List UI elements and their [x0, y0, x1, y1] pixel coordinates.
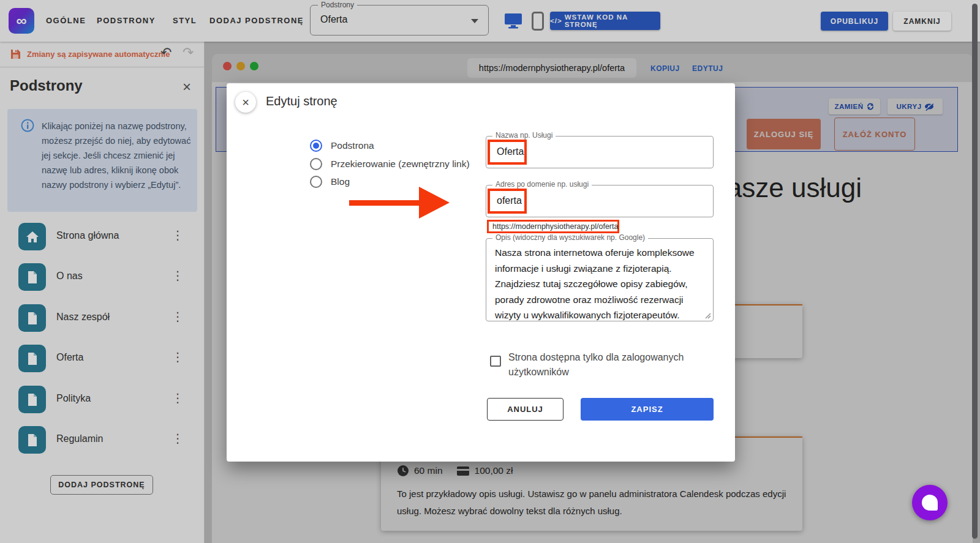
logged-in-only-checkbox[interactable]: [490, 356, 501, 367]
annotation-box-slug: [488, 189, 527, 214]
full-url-text: https://modernphysiotherapy.pl/oferta: [492, 222, 618, 231]
window-scrollbar[interactable]: [972, 4, 978, 539]
radio-przekierowanie[interactable]: Przekierowanie (zewnętrzny link): [310, 158, 470, 170]
annotation-arrow: [349, 200, 421, 206]
description-field[interactable]: Opis (widoczny dla wyszukiwarek np. Goog…: [486, 238, 714, 321]
radio-blog[interactable]: Blog: [310, 176, 350, 188]
save-button[interactable]: ZAPISZ: [581, 398, 714, 421]
resize-handle-icon[interactable]: [705, 313, 711, 319]
radio-icon: [310, 158, 322, 170]
annotation-arrow-head: [419, 187, 450, 219]
app-root: ∞ OGÓLNE PODSTRONY STYL DODAJ PODSTRONĘ …: [0, 0, 980, 543]
edit-page-modal: × Edytuj stronę Podstrona Przekierowanie…: [227, 83, 735, 462]
chat-icon: [922, 495, 938, 511]
chat-widget-button[interactable]: [912, 485, 948, 520]
full-url-annotation: https://modernphysiotherapy.pl/oferta: [487, 220, 619, 233]
radio-selected-icon: [310, 140, 322, 152]
description-field-value: Nasza strona internetowa oferuje komplek…: [495, 245, 710, 323]
radio-podstrona[interactable]: Podstrona: [310, 140, 374, 152]
modal-title: Edytuj stronę: [266, 94, 337, 108]
annotation-box-name: [488, 140, 527, 165]
logged-in-only-label: Strona dostępna tylko dla zalogowanych u…: [508, 350, 692, 380]
radio-icon: [310, 176, 322, 188]
cancel-button[interactable]: ANULUJ: [487, 398, 564, 421]
modal-close-button[interactable]: ×: [235, 92, 256, 113]
